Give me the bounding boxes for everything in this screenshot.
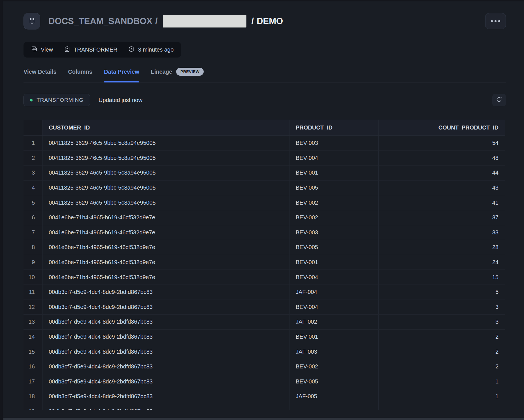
table-row: 6 0041e6be-71b4-4965-b619-46cf532d9e7e B… — [24, 210, 505, 225]
product-id-cell: BEV-003 — [289, 136, 379, 150]
more-actions-button[interactable] — [485, 13, 506, 29]
product-id-cell: JAF-003 — [289, 344, 379, 359]
customer-id-cell: 00411825-3629-46c5-9bbc-5c8a94e95005 — [42, 195, 289, 210]
count-cell: 43 — [379, 181, 505, 195]
row-number-cell: 7 — [24, 225, 42, 240]
table-row: 12 00db3cf7-d5e9-4dc4-8dc9-2bdfd867bc83 … — [24, 300, 505, 315]
product-id-cell: BEV-002 — [289, 210, 379, 225]
ellipsis-icon — [491, 20, 493, 22]
product-id-cell: BEV-004 — [289, 151, 379, 166]
row-number-cell: 8 — [24, 240, 42, 255]
panel-left-edge — [0, 0, 3, 420]
row-number-cell: 9 — [24, 255, 42, 270]
count-cell: 24 — [379, 255, 505, 270]
database-icon — [28, 17, 36, 26]
table-row: 14 00db3cf7-d5e9-4dc4-8dc9-2bdfd867bc83 … — [24, 330, 505, 345]
count-cell: 28 — [379, 240, 505, 255]
count-cell: 54 — [379, 136, 505, 150]
tab-data-preview[interactable]: Data Preview — [104, 67, 139, 82]
table-row: 11 00db3cf7-d5e9-4dc4-8dc9-2bdfd867bc83 … — [24, 285, 505, 300]
customer-id-cell: 00db3cf7-d5e9-4dc4-8dc9-2bdfd867bc83 — [42, 300, 289, 315]
table-row: 3 00411825-3629-46c5-9bbc-5c8a94e95005 B… — [24, 166, 505, 181]
clock-icon — [128, 46, 135, 54]
row-number-cell: 14 — [24, 330, 42, 344]
status-green-dot-icon — [30, 99, 33, 101]
customer-id-cell: 0041e6be-71b4-4965-b619-46cf532d9e7e — [42, 210, 289, 225]
customer-id-cell: 00411825-3629-46c5-9bbc-5c8a94e95005 — [42, 181, 289, 195]
count-cell: 3 — [379, 300, 505, 315]
product-id-cell: JAF-004 — [289, 285, 379, 300]
customer-id-cell: 00411825-3629-46c5-9bbc-5c8a94e95005 — [42, 166, 289, 180]
count-cell — [379, 404, 505, 410]
row-number-header — [24, 120, 42, 135]
customer-id-cell: 0041e6be-71b4-4965-b619-46cf532d9e7e — [42, 270, 289, 285]
product-id-cell: BEV-004 — [289, 270, 379, 285]
title-separator-2: / — [252, 16, 254, 26]
object-type-chip: View — [31, 46, 53, 54]
customer-id-cell: 0041e6be-71b4-4965-b619-46cf532d9e7e — [42, 240, 289, 255]
object-role-label: TRANSFORMER — [74, 46, 117, 53]
table-row: 5 00411825-3629-46c5-9bbc-5c8a94e95005 B… — [24, 195, 505, 210]
row-number-cell: 11 — [24, 285, 42, 300]
row-number-cell: 13 — [24, 315, 42, 329]
table-row: 9 0041e6be-71b4-4965-b619-46cf532d9e7e B… — [24, 255, 505, 270]
count-cell: 15 — [379, 270, 505, 285]
object-age-label: 3 minutes ago — [138, 46, 174, 53]
product-id-header: PRODUCT_ID — [289, 120, 379, 135]
object-role-chip: TRANSFORMER — [64, 46, 117, 54]
table-row: 4 00411825-3629-46c5-9bbc-5c8a94e95005 B… — [24, 181, 505, 196]
product-id-cell: BEV-001 — [289, 166, 379, 180]
count-cell: 5 — [379, 285, 505, 300]
tab-columns[interactable]: Columns — [68, 67, 92, 82]
status-row: TRANSFORMING Updated just now — [24, 94, 506, 107]
refresh-button[interactable] — [492, 94, 506, 106]
tab-view-details[interactable]: View Details — [24, 67, 56, 82]
table-row: 17 00db3cf7-d5e9-4dc4-8dc9-2bdfd867bc83 … — [24, 374, 505, 389]
product-id-cell: BEV-005 — [289, 374, 379, 389]
row-number-cell: 12 — [24, 300, 42, 315]
customer-id-cell: 00db3cf7-d5e9-4dc4-8dc9-2bdfd867bc83 — [42, 374, 289, 389]
active-tab-underline — [104, 81, 139, 82]
customer-id-cell: 00db3cf7-d5e9-4dc4-8dc9-2bdfd867bc83 — [42, 404, 289, 410]
row-number-cell: 17 — [24, 374, 42, 389]
row-number-cell: 3 — [24, 166, 42, 180]
table-row: 16 00db3cf7-d5e9-4dc4-8dc9-2bdfd867bc83 … — [24, 359, 505, 374]
count-cell: 2 — [379, 330, 505, 344]
table-row: 7 0041e6be-71b4-4965-b619-46cf532d9e7e B… — [24, 225, 505, 240]
table-row: 15 00db3cf7-d5e9-4dc4-8dc9-2bdfd867bc83 … — [24, 344, 505, 359]
count-cell: 37 — [379, 210, 505, 225]
product-id-cell: BEV-003 — [289, 225, 379, 240]
product-id-cell: BEV-001 — [289, 330, 379, 344]
table-header-row: CUSTOMER_ID PRODUCT_ID COUNT_PRODUCT_ID — [24, 120, 505, 136]
row-number-cell: 1 — [24, 136, 42, 150]
count-product-id-header: COUNT_PRODUCT_ID — [379, 120, 505, 135]
count-cell: 3 — [379, 315, 505, 329]
customer-id-cell: 00db3cf7-d5e9-4dc4-8dc9-2bdfd867bc83 — [42, 285, 289, 300]
table-row: 13 00db3cf7-d5e9-4dc4-8dc9-2bdfd867bc83 … — [24, 315, 505, 330]
tab-lineage[interactable]: Lineage PREVIEW — [151, 67, 204, 82]
product-id-cell: BEV-002 — [289, 195, 379, 210]
row-number-cell: 5 — [24, 195, 42, 210]
count-cell: 33 — [379, 225, 505, 240]
table-row: 10 0041e6be-71b4-4965-b619-46cf532d9e7e … — [24, 270, 505, 285]
page-title: DOCS_TEAM_SANDBOX / / DEMO — [48, 15, 283, 27]
horizontal-scrollbar[interactable] — [3, 418, 524, 420]
title-database: DOCS_TEAM_SANDBOX — [48, 16, 152, 26]
customer-id-cell: 0041e6be-71b4-4965-b619-46cf532d9e7e — [42, 255, 289, 270]
redacted-schema-name — [163, 15, 246, 27]
status-badge: TRANSFORMING — [24, 94, 90, 106]
customer-id-header: CUSTOMER_ID — [42, 120, 289, 135]
count-cell: 48 — [379, 151, 505, 166]
table-row: 2 00411825-3629-46c5-9bbc-5c8a94e95005 B… — [24, 151, 505, 166]
product-id-cell: BEV-004 — [289, 300, 379, 315]
title-separator-1: / — [155, 16, 158, 26]
count-cell: 1 — [379, 389, 505, 404]
row-number-cell: 18 — [24, 389, 42, 404]
panel-top-edge — [0, 0, 524, 1]
object-age-chip: 3 minutes ago — [128, 46, 174, 54]
title-object: DEMO — [257, 16, 283, 26]
customer-id-cell: 00411825-3629-46c5-9bbc-5c8a94e95005 — [42, 151, 289, 166]
page-header: DOCS_TEAM_SANDBOX / / DEMO — [24, 13, 506, 29]
count-cell: 2 — [379, 359, 505, 374]
customer-id-cell: 00db3cf7-d5e9-4dc4-8dc9-2bdfd867bc83 — [42, 315, 289, 329]
